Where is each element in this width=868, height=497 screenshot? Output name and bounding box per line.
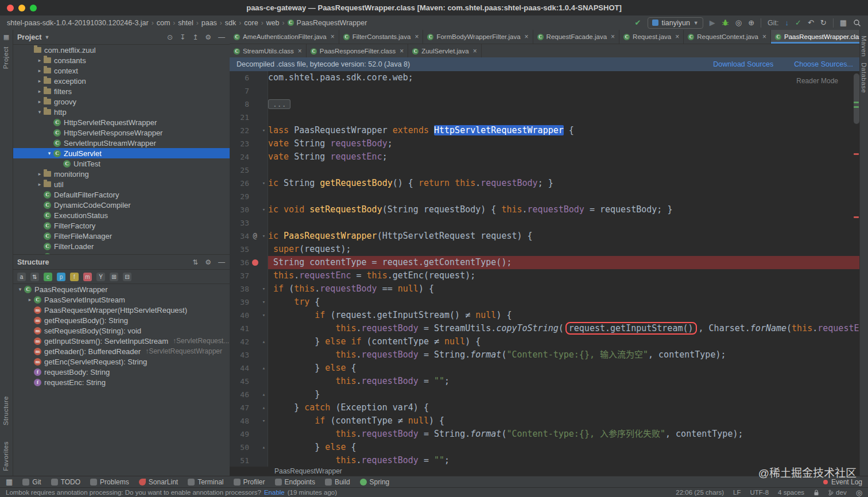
git-commit-button[interactable]: ✓ [795, 19, 801, 26]
tree-chevron-icon[interactable]: ▸ [36, 68, 44, 73]
lock-icon[interactable] [813, 490, 819, 496]
show-classes-icon[interactable]: c [44, 273, 52, 281]
project-panel-title[interactable]: Project [17, 33, 41, 41]
minimize-window-button[interactable] [18, 5, 25, 11]
editor-tab[interactable]: CRequestContext.java× [684, 30, 771, 44]
line-number[interactable]: 49 [230, 428, 250, 441]
tool-window-button-problems[interactable]: Problems [90, 478, 129, 486]
structure-tree-item[interactable]: mgetRequestBody(): String [13, 315, 230, 325]
project-tree-item[interactable]: ▸monitoring [13, 169, 230, 179]
line-number[interactable]: 29 [230, 190, 250, 203]
breakpoint-icon[interactable] [250, 256, 259, 269]
close-icon[interactable]: × [675, 33, 679, 41]
chevron-down-icon[interactable]: ▼ [44, 34, 49, 40]
run-button[interactable]: ▶ [710, 19, 715, 26]
project-tree-item[interactable]: CFilterLoader [13, 241, 230, 251]
fold-marker-icon[interactable]: ▾ [259, 177, 268, 190]
line-number[interactable]: 50 [230, 441, 250, 454]
close-icon[interactable]: × [414, 33, 418, 41]
fold-marker-icon[interactable]: ▾ [259, 203, 268, 216]
caret-position-widget[interactable]: 22:06 (25 chars) [676, 489, 724, 496]
fold-marker-icon[interactable]: ▾ [259, 309, 268, 322]
inspections-ok-icon[interactable]: ✔ [635, 19, 641, 26]
line-number[interactable]: 42 [230, 335, 250, 348]
editor-tab[interactable]: CPaasResponseFilter.class× [307, 44, 408, 58]
tree-chevron-icon[interactable]: ▸ [36, 78, 44, 84]
sort-icon[interactable]: ⇅ [192, 258, 198, 266]
project-tree-item[interactable]: CHttpServletRequestWrapper [13, 117, 230, 127]
line-number[interactable]: 37 [230, 269, 250, 282]
project-tree-item[interactable]: ▸filters [13, 86, 230, 96]
project-tree-item[interactable]: CDynamicCodeCompiler [13, 200, 230, 210]
run-configuration-select[interactable]: tianyiyun ▼ [648, 17, 703, 29]
project-tree-item[interactable]: CDefaultFilterFactory [13, 189, 230, 200]
close-window-button[interactable] [7, 5, 14, 11]
project-tree-item[interactable]: CFilterFileManager [13, 231, 230, 241]
breadcrumb-item[interactable]: shtel-paas-sdk-1.0.4-20191030.120246-3.j… [7, 19, 149, 27]
background-tasks-icon[interactable]: ◎ [856, 489, 862, 496]
show-properties-icon[interactable]: p [57, 273, 65, 281]
tree-chevron-icon[interactable]: ▾ [16, 286, 24, 292]
project-tree-item[interactable]: CFilterFactory [13, 220, 230, 231]
reader-mode-label[interactable]: Reader Mode [796, 77, 838, 85]
structure-panel-title[interactable]: Structure [17, 258, 49, 266]
editor-tab[interactable]: CFilterConstants.java× [339, 30, 424, 44]
structure-tree-item[interactable]: frequestBody: String [13, 367, 230, 377]
tool-strip-favorites[interactable]: Favorites [2, 441, 9, 471]
breadcrumb-item[interactable]: paas [202, 19, 217, 27]
line-number[interactable]: 46 [230, 388, 250, 401]
line-separator-widget[interactable]: LF [733, 489, 741, 496]
locate-icon[interactable]: ⊙ [167, 33, 173, 41]
line-number[interactable]: 24 [230, 150, 250, 164]
fold-marker-icon[interactable]: ▾ [259, 414, 268, 428]
line-number[interactable]: 43 [230, 348, 250, 362]
collapse-all-icon[interactable]: ⊟ [123, 273, 131, 281]
close-icon[interactable]: × [400, 47, 404, 55]
download-sources-link[interactable]: Download Sources [713, 60, 773, 68]
line-number[interactable]: 39 [230, 296, 250, 309]
line-number[interactable]: 6 [230, 71, 250, 84]
project-tree-item[interactable]: CServletInputStreamWrapper [13, 138, 230, 148]
line-number[interactable]: 47 [230, 401, 250, 414]
tree-chevron-icon[interactable]: ▸ [36, 171, 44, 177]
fold-marker-icon[interactable]: ▴ [259, 335, 268, 348]
breadcrumb-item[interactable]: shtel [178, 19, 193, 27]
breadcrumb-item[interactable]: sdk [225, 19, 236, 27]
editor-tab[interactable]: CAmeAuthenticationFilter.java× [230, 30, 339, 44]
breadcrumb-item[interactable]: web [266, 19, 280, 27]
project-tree-item[interactable]: ▾CZuulServlet [13, 148, 230, 158]
layout-icon[interactable]: ▦ [840, 19, 847, 26]
line-number[interactable]: 7 [230, 84, 250, 98]
project-tree-item[interactable]: CUnitTest [13, 158, 230, 169]
editor-tab[interactable]: CRequestFacade.java× [533, 30, 620, 44]
close-icon[interactable]: × [611, 33, 615, 41]
tree-chevron-icon[interactable]: ▾ [36, 109, 44, 115]
breadcrumb-item[interactable]: core [244, 19, 258, 27]
show-fields-icon[interactable]: f [70, 273, 79, 281]
line-number[interactable]: 44 [230, 362, 250, 375]
code-editor[interactable]: 6com.shtel.paas.sdk.core.web;78...2122▾l… [230, 71, 860, 467]
tool-window-switcher-icon[interactable]: ▦ [6, 478, 13, 486]
settings-icon[interactable]: ⚙ [205, 258, 211, 266]
editor-breadcrumb[interactable]: PaasRequestWrapper [230, 467, 860, 476]
line-number[interactable]: 34 [230, 230, 250, 243]
expand-all-icon[interactable]: ↧ [180, 33, 185, 41]
line-number[interactable]: 22 [230, 124, 250, 137]
tool-window-button-spring[interactable]: Spring [360, 478, 390, 486]
tool-window-button-build[interactable]: Build [325, 478, 350, 486]
line-number[interactable]: 8 [230, 98, 250, 111]
line-number[interactable]: 51 [230, 454, 250, 467]
tool-strip-structure[interactable]: Structure [2, 396, 9, 425]
fold-marker-icon[interactable]: ▴ [259, 388, 268, 401]
close-icon[interactable]: × [762, 33, 766, 41]
tool-window-button-git[interactable]: Git [22, 478, 41, 486]
structure-tree-item[interactable]: mgetInputStream(): ServletInputStream↑Se… [13, 336, 230, 346]
tool-strip-database[interactable]: Database [861, 63, 867, 93]
project-tree-item[interactable]: ▸util [13, 179, 230, 189]
tool-window-button-sonarlint[interactable]: SonarLint [139, 478, 178, 486]
annotation-gutter-icon[interactable]: @ [250, 230, 259, 243]
structure-tree-item[interactable]: msetRequestBody(String): void [13, 325, 230, 336]
project-tree-item[interactable]: ▸context [13, 65, 230, 76]
tool-window-button-terminal[interactable]: Terminal [188, 478, 223, 486]
structure-tree-item[interactable]: mPaasRequestWrapper(HttpServletRequest) [13, 305, 230, 315]
